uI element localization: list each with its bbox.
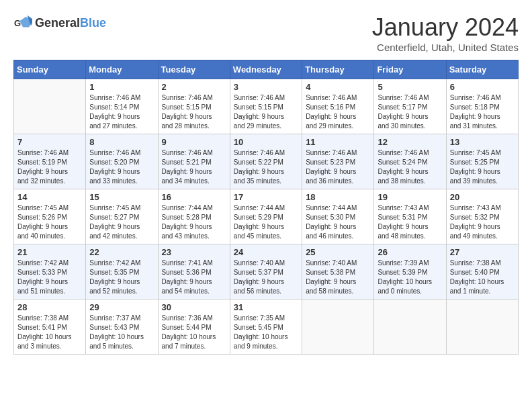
day-info: Sunrise: 7:38 AM Sunset: 5:41 PM Dayligh… <box>17 314 82 351</box>
logo-general-text: General <box>35 16 80 30</box>
day-number: 26 <box>378 247 442 257</box>
day-info: Sunrise: 7:40 AM Sunset: 5:37 PM Dayligh… <box>234 259 298 296</box>
day-info: Sunrise: 7:46 AM Sunset: 5:18 PM Dayligh… <box>450 93 515 131</box>
day-number: 30 <box>162 302 226 312</box>
day-number: 15 <box>89 192 154 202</box>
calendar-cell: 1Sunrise: 7:46 AM Sunset: 5:14 PM Daylig… <box>86 79 158 134</box>
day-info: Sunrise: 7:46 AM Sunset: 5:15 PM Dayligh… <box>162 93 226 131</box>
day-info: Sunrise: 7:35 AM Sunset: 5:45 PM Dayligh… <box>234 314 298 351</box>
day-number: 9 <box>162 137 226 147</box>
day-number: 8 <box>89 137 154 147</box>
day-number: 11 <box>306 137 370 147</box>
calendar-cell: 4Sunrise: 7:46 AM Sunset: 5:16 PM Daylig… <box>302 79 374 134</box>
day-info: Sunrise: 7:45 AM Sunset: 5:25 PM Dayligh… <box>450 148 515 186</box>
calendar-cell: 10Sunrise: 7:46 AM Sunset: 5:22 PM Dayli… <box>230 134 302 189</box>
day-info: Sunrise: 7:44 AM Sunset: 5:30 PM Dayligh… <box>306 203 370 241</box>
month-title: January 2024 <box>372 13 519 42</box>
day-number: 25 <box>306 247 370 257</box>
calendar-cell: 5Sunrise: 7:46 AM Sunset: 5:17 PM Daylig… <box>374 79 446 134</box>
day-number: 17 <box>234 192 298 202</box>
day-info: Sunrise: 7:46 AM Sunset: 5:20 PM Dayligh… <box>89 148 154 186</box>
day-number: 19 <box>378 192 442 202</box>
weekday-header-sunday: Sunday <box>14 60 86 79</box>
logo: G GeneralBlue <box>13 13 106 32</box>
weekday-header-thursday: Thursday <box>302 60 374 79</box>
day-number: 23 <box>162 247 226 257</box>
calendar-cell: 2Sunrise: 7:46 AM Sunset: 5:15 PM Daylig… <box>158 79 230 134</box>
header: G GeneralBlue January 2024 Centerfield, … <box>13 13 519 53</box>
day-number: 4 <box>306 82 370 92</box>
day-number: 2 <box>162 82 226 92</box>
day-number: 29 <box>89 302 154 312</box>
calendar-cell: 16Sunrise: 7:44 AM Sunset: 5:28 PM Dayli… <box>158 189 230 244</box>
calendar-cell <box>14 79 86 134</box>
day-number: 5 <box>378 82 442 92</box>
day-number: 21 <box>17 247 82 257</box>
calendar-cell: 28Sunrise: 7:38 AM Sunset: 5:41 PM Dayli… <box>14 300 86 355</box>
calendar-cell: 21Sunrise: 7:42 AM Sunset: 5:33 PM Dayli… <box>14 244 86 300</box>
calendar-cell: 6Sunrise: 7:46 AM Sunset: 5:18 PM Daylig… <box>446 79 518 134</box>
day-number: 10 <box>234 137 298 147</box>
day-info: Sunrise: 7:44 AM Sunset: 5:28 PM Dayligh… <box>162 203 226 241</box>
day-info: Sunrise: 7:46 AM Sunset: 5:23 PM Dayligh… <box>306 148 370 186</box>
day-info: Sunrise: 7:46 AM Sunset: 5:22 PM Dayligh… <box>234 148 298 186</box>
day-info: Sunrise: 7:46 AM Sunset: 5:19 PM Dayligh… <box>17 148 82 186</box>
logo-blue-text: Blue <box>80 16 106 30</box>
weekday-header-monday: Monday <box>86 60 158 79</box>
day-info: Sunrise: 7:37 AM Sunset: 5:43 PM Dayligh… <box>89 314 154 351</box>
logo-icon: G <box>13 13 32 32</box>
calendar-header-row: SundayMondayTuesdayWednesdayThursdayFrid… <box>14 60 519 79</box>
day-number: 1 <box>89 82 154 92</box>
calendar-cell: 9Sunrise: 7:46 AM Sunset: 5:21 PM Daylig… <box>158 134 230 189</box>
day-number: 3 <box>234 82 298 92</box>
calendar-week-3: 14Sunrise: 7:45 AM Sunset: 5:26 PM Dayli… <box>14 189 519 244</box>
calendar-cell: 24Sunrise: 7:40 AM Sunset: 5:37 PM Dayli… <box>230 244 302 300</box>
day-info: Sunrise: 7:42 AM Sunset: 5:33 PM Dayligh… <box>17 259 82 296</box>
day-info: Sunrise: 7:40 AM Sunset: 5:38 PM Dayligh… <box>306 259 370 296</box>
day-number: 16 <box>162 192 226 202</box>
day-number: 18 <box>306 192 370 202</box>
calendar-cell <box>302 300 374 355</box>
day-info: Sunrise: 7:46 AM Sunset: 5:16 PM Dayligh… <box>306 93 370 131</box>
day-info: Sunrise: 7:46 AM Sunset: 5:14 PM Dayligh… <box>89 93 154 131</box>
day-info: Sunrise: 7:41 AM Sunset: 5:36 PM Dayligh… <box>162 259 226 296</box>
calendar-cell: 20Sunrise: 7:43 AM Sunset: 5:32 PM Dayli… <box>446 189 518 244</box>
day-number: 6 <box>450 82 515 92</box>
day-number: 28 <box>17 302 82 312</box>
day-number: 13 <box>450 137 515 147</box>
day-info: Sunrise: 7:45 AM Sunset: 5:27 PM Dayligh… <box>89 203 154 241</box>
calendar-cell: 25Sunrise: 7:40 AM Sunset: 5:38 PM Dayli… <box>302 244 374 300</box>
day-info: Sunrise: 7:46 AM Sunset: 5:21 PM Dayligh… <box>162 148 226 186</box>
day-info: Sunrise: 7:43 AM Sunset: 5:31 PM Dayligh… <box>378 203 442 241</box>
calendar-week-1: 1Sunrise: 7:46 AM Sunset: 5:14 PM Daylig… <box>14 79 519 134</box>
day-number: 24 <box>234 247 298 257</box>
weekday-header-wednesday: Wednesday <box>230 60 302 79</box>
day-number: 7 <box>17 137 82 147</box>
calendar-week-4: 21Sunrise: 7:42 AM Sunset: 5:33 PM Dayli… <box>14 244 519 300</box>
day-info: Sunrise: 7:46 AM Sunset: 5:15 PM Dayligh… <box>234 93 298 131</box>
day-info: Sunrise: 7:46 AM Sunset: 5:17 PM Dayligh… <box>378 93 442 131</box>
calendar-cell: 14Sunrise: 7:45 AM Sunset: 5:26 PM Dayli… <box>14 189 86 244</box>
calendar-cell: 29Sunrise: 7:37 AM Sunset: 5:43 PM Dayli… <box>86 300 158 355</box>
day-info: Sunrise: 7:38 AM Sunset: 5:40 PM Dayligh… <box>450 259 515 296</box>
calendar-cell: 27Sunrise: 7:38 AM Sunset: 5:40 PM Dayli… <box>446 244 518 300</box>
day-number: 20 <box>450 192 515 202</box>
weekday-header-friday: Friday <box>374 60 446 79</box>
calendar-cell <box>374 300 446 355</box>
weekday-header-tuesday: Tuesday <box>158 60 230 79</box>
day-info: Sunrise: 7:42 AM Sunset: 5:35 PM Dayligh… <box>89 259 154 296</box>
day-info: Sunrise: 7:46 AM Sunset: 5:24 PM Dayligh… <box>378 148 442 186</box>
calendar-cell: 13Sunrise: 7:45 AM Sunset: 5:25 PM Dayli… <box>446 134 518 189</box>
day-info: Sunrise: 7:45 AM Sunset: 5:26 PM Dayligh… <box>17 203 82 241</box>
svg-text:G: G <box>14 18 21 28</box>
calendar-cell: 15Sunrise: 7:45 AM Sunset: 5:27 PM Dayli… <box>86 189 158 244</box>
calendar-cell: 22Sunrise: 7:42 AM Sunset: 5:35 PM Dayli… <box>86 244 158 300</box>
day-info: Sunrise: 7:39 AM Sunset: 5:39 PM Dayligh… <box>378 259 442 296</box>
title-area: January 2024 Centerfield, Utah, United S… <box>372 13 519 53</box>
day-number: 31 <box>234 302 298 312</box>
day-info: Sunrise: 7:36 AM Sunset: 5:44 PM Dayligh… <box>162 314 226 351</box>
calendar-cell: 23Sunrise: 7:41 AM Sunset: 5:36 PM Dayli… <box>158 244 230 300</box>
calendar-cell: 12Sunrise: 7:46 AM Sunset: 5:24 PM Dayli… <box>374 134 446 189</box>
day-number: 27 <box>450 247 515 257</box>
calendar-week-5: 28Sunrise: 7:38 AM Sunset: 5:41 PM Dayli… <box>14 300 519 355</box>
